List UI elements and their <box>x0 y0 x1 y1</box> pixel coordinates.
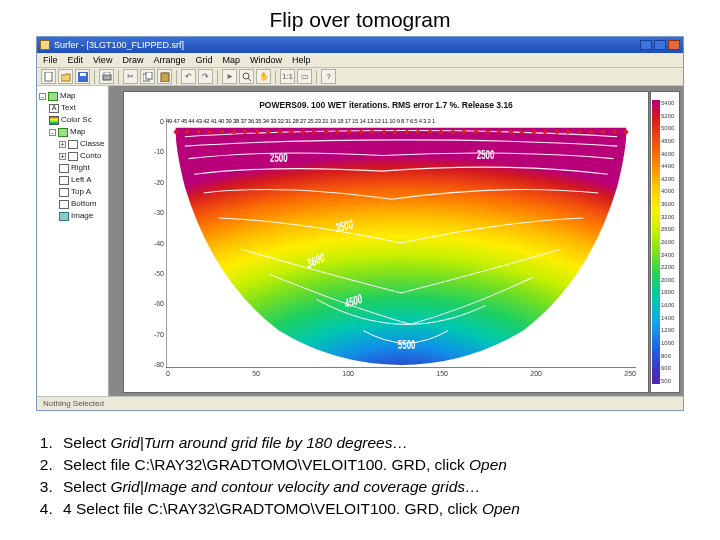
svg-rect-3 <box>103 75 111 80</box>
menu-arrange[interactable]: Arrange <box>153 55 185 65</box>
colorscale-icon <box>49 116 59 125</box>
contour-icon <box>68 152 78 161</box>
svg-rect-4 <box>104 72 110 75</box>
svg-rect-8 <box>163 72 167 74</box>
toolbar-main: ✂ ↶ ↷ ➤ ✋ 1:1 ▭ ? <box>37 68 683 86</box>
tree-map2[interactable]: Map <box>70 126 86 138</box>
zoom-icon[interactable] <box>239 69 254 84</box>
window-controls <box>640 40 680 50</box>
minimize-button[interactable] <box>640 40 652 50</box>
menu-view[interactable]: View <box>93 55 112 65</box>
color-legend: 5400 5200 5000 4800 4600 4400 4200 4000 … <box>651 92 679 392</box>
save-icon[interactable] <box>75 69 90 84</box>
expand-icon[interactable]: + <box>59 141 66 148</box>
chart-title: POWERS09. 100 WET iterations. RMS error … <box>124 100 648 110</box>
collapse-icon[interactable]: - <box>39 93 46 100</box>
tree-left[interactable]: Left A <box>71 174 91 186</box>
x-axis: 0 50 100 150 200 250 <box>166 370 636 382</box>
canvas[interactable]: POWERS09. 100 WET iterations. RMS error … <box>109 86 683 398</box>
statusbar: Nothing Selected <box>37 396 683 410</box>
menu-edit[interactable]: Edit <box>68 55 84 65</box>
tomogram-image: 2500 2500 3500 3600 4500 5500 <box>166 118 636 368</box>
tree-conto[interactable]: Conto <box>80 150 101 162</box>
axis-icon <box>59 176 69 185</box>
menu-map[interactable]: Map <box>222 55 240 65</box>
app-icon <box>40 40 50 50</box>
help-icon[interactable]: ? <box>321 69 336 84</box>
maximize-button[interactable] <box>654 40 666 50</box>
menu-window[interactable]: Window <box>250 55 282 65</box>
map-icon <box>48 92 58 101</box>
object-manager[interactable]: -Map AText Color Sc -Map +Classe +Conto … <box>37 86 109 398</box>
text-icon: A <box>49 104 59 113</box>
legend-gradient <box>652 100 660 384</box>
titlebar: Surfer - [3LGT100_FLIPPED.srf] <box>37 37 683 53</box>
map-icon <box>58 128 68 137</box>
svg-text:2500: 2500 <box>477 147 495 162</box>
menu-file[interactable]: File <box>43 55 58 65</box>
tree-text[interactable]: Text <box>61 102 76 114</box>
expand-icon[interactable]: + <box>59 153 66 160</box>
tree-bottom[interactable]: Bottom <box>71 198 96 210</box>
zoom-page-icon[interactable]: ▭ <box>297 69 312 84</box>
window-title: Surfer - [3LGT100_FLIPPED.srf] <box>54 40 636 50</box>
shot-markers <box>166 130 636 136</box>
surfer-window: Surfer - [3LGT100_FLIPPED.srf] File Edit… <box>36 36 684 411</box>
new-icon[interactable] <box>41 69 56 84</box>
cut-icon[interactable]: ✂ <box>123 69 138 84</box>
zoom-actual-icon[interactable]: 1:1 <box>280 69 295 84</box>
pointer-icon[interactable]: ➤ <box>222 69 237 84</box>
svg-rect-6 <box>146 72 152 79</box>
svg-line-10 <box>248 78 251 81</box>
status-text: Nothing Selected <box>43 399 104 408</box>
step-3: Select Grid|Image and contour velocity a… <box>57 476 520 498</box>
instruction-list: Select Grid|Turn around grid file by 180… <box>27 432 520 520</box>
collapse-icon[interactable]: - <box>49 129 56 136</box>
chart-area: 49 47 45 44 43 42 41 40 39 38 37 36 35 3… <box>166 118 636 368</box>
tree-right[interactable]: Right <box>71 162 90 174</box>
menubar: File Edit View Draw Arrange Grid Map Win… <box>37 53 683 68</box>
paste-icon[interactable] <box>157 69 172 84</box>
hand-icon[interactable]: ✋ <box>256 69 271 84</box>
slide-title: Flip over tomogram <box>0 0 720 36</box>
class-icon <box>68 140 78 149</box>
y-axis: 0 -10 -20 -30 -40 -50 -60 -70 -80 <box>146 118 164 368</box>
step-2: Select file C:\RAY32\GRADTOMO\VELOIT100.… <box>57 454 520 476</box>
copy-icon[interactable] <box>140 69 155 84</box>
svg-rect-7 <box>161 73 169 82</box>
menu-help[interactable]: Help <box>292 55 311 65</box>
svg-rect-2 <box>80 73 86 76</box>
tree-top[interactable]: Top A <box>71 186 91 198</box>
plot-paper: POWERS09. 100 WET iterations. RMS error … <box>124 92 648 392</box>
axis-icon <box>59 200 69 209</box>
tree-colorscale[interactable]: Color Sc <box>61 114 92 126</box>
image-icon <box>59 212 69 221</box>
open-icon[interactable] <box>58 69 73 84</box>
menu-grid[interactable]: Grid <box>195 55 212 65</box>
tree-root[interactable]: Map <box>60 90 76 102</box>
svg-rect-0 <box>45 72 52 81</box>
axis-icon <box>59 164 69 173</box>
legend-ticks: 5400 5200 5000 4800 4600 4400 4200 4000 … <box>661 100 674 384</box>
tree-image[interactable]: Image <box>71 210 93 222</box>
workspace: -Map AText Color Sc -Map +Classe +Conto … <box>37 86 683 398</box>
tree-classe[interactable]: Classe <box>80 138 104 150</box>
svg-text:2500: 2500 <box>270 150 288 165</box>
step-1: Select Grid|Turn around grid file by 180… <box>57 432 520 454</box>
svg-text:5500: 5500 <box>398 337 416 352</box>
menu-draw[interactable]: Draw <box>122 55 143 65</box>
redo-icon[interactable]: ↷ <box>198 69 213 84</box>
step-4: 4 Select file C:\RAY32\GRADTOMO\VELOIT10… <box>57 498 520 520</box>
close-button[interactable] <box>668 40 680 50</box>
print-icon[interactable] <box>99 69 114 84</box>
axis-icon <box>59 188 69 197</box>
undo-icon[interactable]: ↶ <box>181 69 196 84</box>
